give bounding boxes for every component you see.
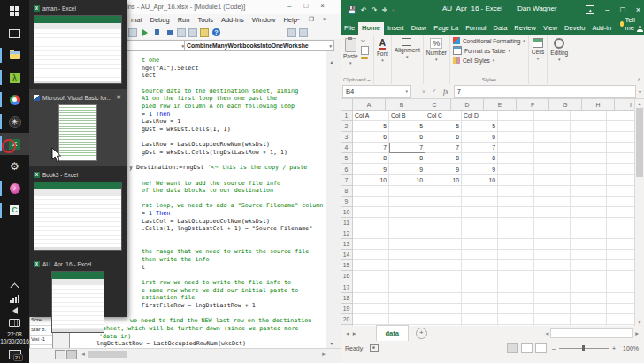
vba-maximize-button[interactable]: □ — [303, 2, 308, 10]
cell-E16[interactable] — [498, 271, 534, 282]
row-header-10[interactable]: 10 — [341, 207, 353, 218]
preview-aman-excel[interactable]: Xaman - Excel — [29, 0, 126, 89]
confirm-entry-icon[interactable]: ✓ — [432, 88, 437, 95]
cell-A16[interactable] — [353, 271, 389, 282]
cut-icon[interactable]: ✂ — [361, 38, 369, 44]
vba-child-close-button[interactable]: × — [323, 16, 326, 23]
cell-F1[interactable] — [534, 111, 571, 121]
taskbar-file-explorer-icon[interactable] — [0, 44, 29, 66]
cell-E2[interactable] — [498, 121, 534, 132]
cell-H10[interactable] — [607, 207, 635, 218]
cell-H8[interactable] — [607, 186, 635, 197]
cells-button[interactable]: Cells ▾ — [532, 36, 544, 61]
cell-B4[interactable]: 7 — [389, 143, 426, 153]
cell-D3[interactable]: 6 — [462, 132, 498, 143]
cell-B16[interactable] — [389, 271, 426, 282]
cell-D10[interactable] — [462, 207, 498, 218]
cell-F11[interactable] — [534, 218, 571, 228]
cell-C8[interactable] — [426, 186, 462, 197]
font-button[interactable]: A Font ▾ — [377, 36, 388, 63]
cell-B10[interactable] — [389, 207, 426, 218]
page-layout-view-icon[interactable] — [521, 343, 533, 353]
cell-F7[interactable] — [534, 175, 571, 186]
cell-H12[interactable] — [607, 228, 635, 239]
preview-thumbnail[interactable] — [34, 15, 122, 84]
cell-F16[interactable] — [534, 271, 571, 282]
cell-D15[interactable] — [462, 260, 498, 271]
hscroll-right-icon[interactable]: ▸ — [635, 329, 639, 337]
cell-D20[interactable] — [462, 314, 498, 325]
cell-E1[interactable] — [498, 111, 534, 121]
scroll-down-icon[interactable]: ▾ — [326, 340, 337, 346]
taskbar-chrome-icon[interactable] — [0, 89, 29, 111]
vscroll-thumb[interactable] — [636, 108, 643, 177]
column-header-C[interactable]: C — [418, 99, 451, 111]
preview-book3-excel[interactable]: XBook3 - Excel — [29, 166, 126, 256]
preview-thumbnail[interactable] — [58, 104, 97, 161]
object-dropdown[interactable]: ▾ — [126, 40, 187, 51]
cell-G11[interactable] — [571, 218, 607, 228]
tab-view[interactable]: View — [540, 22, 561, 35]
zoom-slider[interactable] — [559, 348, 609, 349]
row-header-12[interactable]: 12 — [341, 228, 353, 239]
row-header-18[interactable]: 18 — [341, 293, 353, 304]
column-header-A[interactable]: A — [353, 99, 386, 111]
project-explorer-icon[interactable] — [188, 28, 197, 37]
cell-A3[interactable]: 6 — [353, 132, 389, 143]
cell-D1[interactable]: Col D — [462, 111, 498, 121]
cell-A14[interactable] — [353, 250, 389, 260]
cell-C4[interactable]: 7 — [426, 143, 462, 153]
taskbar-itunes-icon[interactable]: ♪ — [0, 177, 29, 199]
cell-A2[interactable]: 5 — [353, 121, 389, 132]
clipboard-dialog-launcher[interactable]: ⌐ — [367, 77, 371, 82]
tab-file[interactable]: File — [341, 22, 358, 35]
taskbar-start-icon[interactable] — [0, 0, 29, 22]
cell-G16[interactable] — [571, 271, 607, 282]
cell-A10[interactable] — [353, 207, 389, 218]
cell-A13[interactable] — [353, 239, 389, 250]
cell-B15[interactable] — [389, 260, 426, 271]
signed-in-user[interactable]: Dan Wagner — [518, 4, 557, 12]
tab-insert[interactable]: Insert — [384, 22, 408, 35]
scroll-up-icon[interactable]: ▴ — [326, 51, 337, 65]
cell-E20[interactable] — [498, 314, 534, 325]
cell-E5[interactable] — [498, 153, 534, 164]
cell-E15[interactable] — [498, 260, 534, 271]
cell-D4[interactable]: 7 — [462, 143, 498, 153]
cell-G1[interactable] — [571, 111, 607, 121]
cell-G6[interactable] — [571, 164, 607, 174]
menu-add-ins[interactable]: Add-Ins — [221, 16, 244, 24]
row-header-8[interactable]: 8 — [341, 186, 353, 197]
excel-vertical-scrollbar[interactable]: ▲ ▼ — [634, 99, 644, 326]
cell-A5[interactable]: 8 — [353, 153, 389, 164]
cell-E7[interactable] — [498, 175, 534, 186]
cell-H9[interactable] — [607, 197, 635, 207]
paste-button[interactable]: Paste ▾ — [343, 36, 358, 66]
cell-D5[interactable]: 8 — [462, 153, 498, 164]
cell-D2[interactable]: 5 — [462, 121, 498, 132]
cell-G17[interactable] — [571, 282, 607, 293]
cell-C12[interactable] — [426, 228, 462, 239]
cell-F17[interactable] — [534, 282, 571, 293]
cell-A15[interactable] — [353, 260, 389, 271]
cell-D11[interactable] — [462, 218, 498, 228]
cell-F5[interactable] — [534, 153, 571, 164]
cell-H6[interactable] — [607, 164, 635, 174]
cell-E17[interactable] — [498, 282, 534, 293]
cell-G20[interactable] — [571, 314, 607, 325]
cell-H20[interactable] — [607, 314, 635, 325]
cell-B14[interactable] — [389, 250, 426, 260]
zoom-slider-thumb[interactable] — [582, 345, 585, 351]
cancel-entry-icon[interactable]: × — [422, 89, 426, 95]
vba-child-restore-button[interactable]: ❐ — [309, 16, 314, 23]
cell-H19[interactable] — [607, 304, 635, 314]
cell-B8[interactable] — [389, 186, 426, 197]
formula-input[interactable]: 7 — [454, 85, 636, 98]
cell-F3[interactable] — [534, 132, 571, 143]
cell-E13[interactable] — [498, 239, 534, 250]
cell-C3[interactable]: 6 — [426, 132, 462, 143]
macro-record-icon[interactable] — [370, 344, 379, 352]
vba-vertical-scrollbar[interactable]: ▴ ▾ — [326, 51, 337, 348]
cell-D13[interactable] — [462, 239, 498, 250]
cell-B17[interactable] — [389, 282, 426, 293]
